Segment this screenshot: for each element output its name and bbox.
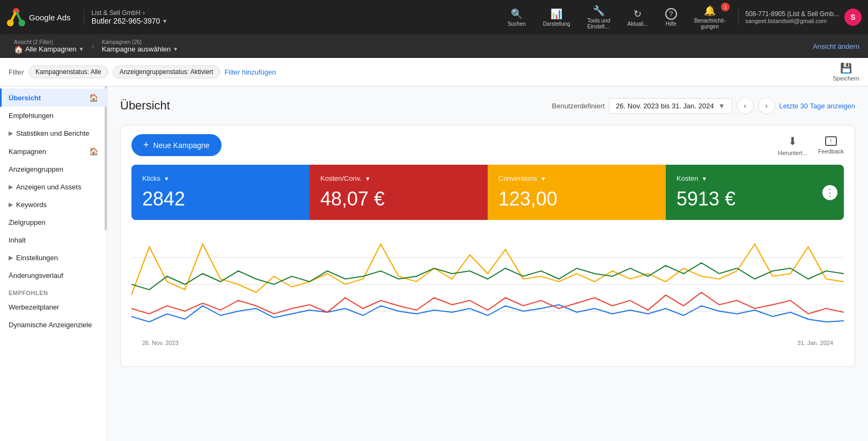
phone-info: 508-771-8905 (List & Sell Gmb... sangeet… [745,10,839,24]
kampagnen-home-icon: 🏠 [89,147,98,156]
save-button[interactable]: 💾 Speichern [833,62,859,82]
metric-card-kosten[interactable]: Kosten ▼ 5913 € ⋮ [666,165,844,220]
breadcrumb-ansicht[interactable]: Ansicht (2 Filter) 🏠 Alle Kampagnen ▼ [9,37,89,56]
date-range-picker[interactable]: 26. Nov. 2023 bis 31. Jan. 2024 ▼ [609,98,732,114]
nav-tool-tools[interactable]: 🔧 Tools undEinstell... [580,2,618,33]
chart-dates: 26. Nov. 2023 31. Jan. 2024 [131,340,844,346]
last-30-days-link[interactable]: Letzte 30 Tage anzeigen [779,102,855,110]
top-nav: Google Ads List & Sell GmbH › Butler 262… [0,0,868,34]
chart-start-date: 26. Nov. 2023 [142,340,179,346]
filter-add-button[interactable]: Filter hinzufügen [224,68,276,76]
breadcrumb-divider: › [91,41,94,51]
nav-tool-aktualisieren[interactable]: ↻ Aktuali... [620,5,656,30]
sidebar-item-inhalt[interactable]: Inhalt [0,231,107,249]
metric-card-conversions[interactable]: Conversions ▼ 123,00 [488,165,666,220]
user-avatar[interactable]: S [844,9,862,26]
filter-chip-kampagnenstatus[interactable]: Kampagnenstatus: Alle [28,65,108,78]
metric-card-kosten-conv[interactable]: Kosten/Conv. ▼ 48,07 € [310,165,488,220]
sidebar-item-empfehlungen[interactable]: Empfehlungen [0,107,107,124]
overview-card: + Neue Kampagne ⬇ Herunterl... ! Feedbac… [120,125,855,367]
account-sub[interactable]: Butler 262-965-3970 ▼ [92,17,168,25]
breadcrumb-kampagnen-label: Kampagnen (26) [102,39,179,45]
sidebar-item-aenderungsverlauf[interactable]: Änderungsverlauf [0,267,107,284]
metric-conversions-label: Conversions [498,174,537,182]
einstellungen-expand-icon: ▶ [9,254,13,261]
breadcrumb-ansicht-value: 🏠 Alle Kampagnen ▼ [14,45,84,54]
nav-tool-darstellung[interactable]: 📊 Darstellung [535,5,578,30]
logo-text: Google Ads [29,13,71,22]
tools-icon: 🔧 [593,5,605,17]
sidebar: Übersicht 🏠 Empfehlungen ▶ Statistiken u… [0,86,107,441]
chevron-right-icon: › [143,9,145,17]
metric-kosten-conv-label: Kosten/Conv. [320,174,362,182]
new-campaign-button[interactable]: + Neue Kampagne [131,134,222,156]
bell-icon: 🔔 [704,5,716,17]
filter-bar: Filter Kampagnenstatus: Alle Anzeigengru… [0,58,868,86]
download-button[interactable]: ⬇ Herunterl... [778,135,807,156]
date-next-button[interactable]: › [758,97,775,114]
sidebar-item-uebersicht[interactable]: Übersicht 🏠 [0,89,107,107]
google-ads-logo-icon [6,8,26,27]
google-ads-logo[interactable]: Google Ads [6,8,71,27]
metric-klicks-chevron-icon: ▼ [164,175,170,182]
search-icon: 🔍 [511,8,523,20]
nav-tool-hilfe[interactable]: ? Hilfe [658,5,685,30]
sidebar-item-anzeigen[interactable]: ▶ Anzeigen und Assets [0,178,107,196]
date-section: Benutzerdefiniert 26. Nov. 2023 bis 31. … [552,97,855,114]
sidebar-item-keywords[interactable]: ▶ Keywords [0,196,107,214]
date-range-value: 26. Nov. 2023 bis 31. Jan. 2024 [616,102,714,110]
sidebar-recommended-label: Empfohlen [0,284,107,298]
metric-card-klicks[interactable]: Klicks ▼ 2842 [131,165,310,220]
chart-icon: 📊 [550,8,562,20]
anzeigen-expand-icon: ▶ [9,183,13,190]
action-row: + Neue Kampagne ⬇ Herunterl... ! Feedbac… [121,126,855,156]
plus-icon: + [143,139,149,151]
metric-conversions-chevron-icon: ▼ [540,175,546,182]
refresh-icon: ↻ [634,8,642,20]
feedback-button[interactable]: ! Feedback [818,136,844,155]
sidebar-item-kampagnen[interactable]: Kampagnen 🏠 [0,142,107,160]
metric-kosten-chevron-icon: ▼ [701,175,707,182]
nav-tool-suchen[interactable]: 🔍 Suchen [500,5,533,30]
nav-tool-benachrichtigungen[interactable]: 🔔 1 Benachrichti-gungen [687,2,733,33]
more-options-button[interactable]: ⋮ [822,185,837,200]
chart-end-date: 31. Jan. 2024 [797,340,833,346]
download-icon: ⬇ [788,135,797,148]
sidebar-item-zielgruppen[interactable]: Zielgruppen [0,214,107,231]
breadcrumb-kampagnen-chevron-icon: ▼ [173,46,178,52]
filter-chip-anzeigengruppen[interactable]: Anzeigengruppenstatus: Aktiviert [113,65,220,78]
home-icon: 🏠 [89,93,98,102]
feedback-icon: ! [825,136,837,146]
sidebar-item-werbezeitplaner[interactable]: Werbezeitplaner [0,298,107,316]
date-picker-chevron-icon: ▼ [718,102,725,110]
breadcrumb-ansicht-chevron-icon: ▼ [78,46,84,52]
performance-chart [131,231,844,338]
phone-number: 508-771-8905 (List & Sell Gmb... [745,10,839,18]
nav-right: 508-771-8905 (List & Sell Gmb... sangeet… [738,9,862,26]
metric-klicks-value: 2842 [142,188,299,210]
main-layout: Übersicht 🏠 Empfehlungen ▶ Statistiken u… [0,86,868,441]
date-preset-label: Benutzerdefiniert [552,102,605,110]
breadcrumb-bar: Ansicht (2 Filter) 🏠 Alle Kampagnen ▼ › … [0,34,868,58]
account-group: List & Sell GmbH › [92,9,168,17]
filter-label[interactable]: Filter [9,68,24,76]
sidebar-item-dynamische[interactable]: Dynamische Anzeigenziele [0,316,107,334]
nav-tools: 🔍 Suchen 📊 Darstellung 🔧 Tools undEinste… [500,2,733,33]
content-area: Übersicht Benutzerdefiniert 26. Nov. 202… [107,86,868,441]
keywords-expand-icon: ▶ [9,201,13,208]
metric-kosten-conv-value: 48,07 € [320,188,477,210]
ansicht-aendern-link[interactable]: Ansicht ändern [813,42,859,50]
expand-icon: ▶ [9,130,13,137]
breadcrumb-kampagnen[interactable]: Kampagnen (26) Kampagne auswählen ▼ [97,37,184,55]
account-info: List & Sell GmbH › Butler 262-965-3970 ▼ [84,9,168,25]
metrics-row: Klicks ▼ 2842 Kosten/Conv. ▼ 48,07 € [131,165,844,220]
metric-conversions-value: 123,00 [498,188,655,210]
sidebar-item-anzeigengruppen[interactable]: Anzeigengruppen [0,160,107,178]
chart-wrapper: 26. Nov. 2023 31. Jan. 2024 [121,220,855,366]
sidebar-item-einstellungen[interactable]: ▶ Einstellungen [0,249,107,267]
save-icon: 💾 [840,62,852,74]
sidebar-item-statistiken[interactable]: ▶ Statistiken und Berichte [0,124,107,142]
account-chevron-icon: ▼ [162,18,167,24]
date-prev-button[interactable]: ‹ [737,97,754,114]
logo-area: Google Ads List & Sell GmbH › Butler 262… [6,8,167,27]
